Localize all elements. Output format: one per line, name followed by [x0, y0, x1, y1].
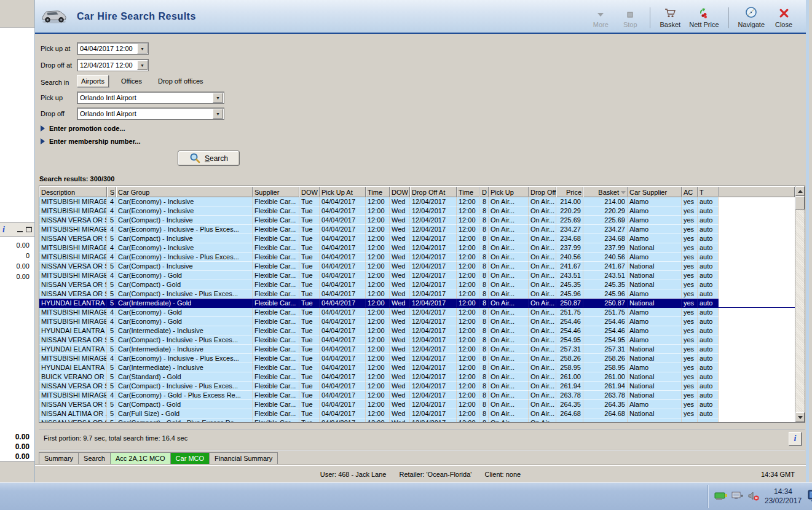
column-header[interactable]: Time: [366, 186, 390, 197]
table-cell: Alamo: [628, 216, 682, 225]
table-row[interactable]: HYUNDAI ELANTRA ...5Car(Intermediate) - …: [39, 299, 795, 308]
column-header[interactable]: D: [479, 186, 489, 197]
table-cell: Wed: [390, 234, 410, 243]
table-row[interactable]: MITSUBISHI MIRAGE...4Car(Economy) - Gold…: [39, 308, 795, 317]
table-cell: On Air...: [489, 253, 529, 262]
table-row[interactable]: NISSAN VERSA OR S...5Car(Compact) - Incl…: [39, 216, 795, 225]
network-connection-icon[interactable]: [731, 491, 744, 503]
volume-muted-icon[interactable]: [747, 491, 760, 503]
table-row[interactable]: MITSUBISHI MIRAGE...4Car(Economy) - Gold…: [39, 271, 795, 280]
table-cell: 257.31: [556, 345, 583, 354]
table-row[interactable]: NISSAN VERSA OR S...5Car(Compact) - Incl…: [39, 262, 795, 271]
network-adapter-icon[interactable]: [714, 491, 728, 503]
table-row[interactable]: MITSUBISHI MIRAGE...4Car(Economy) - Gold…: [39, 391, 795, 400]
table-row[interactable]: MITSUBISHI MIRAGE...4Car(Economy) - Incl…: [39, 253, 795, 262]
column-header[interactable]: Pick Up: [489, 186, 529, 197]
table-row[interactable]: NISSAN VERSA OR S...5Car(Compact) - Incl…: [39, 234, 795, 243]
table-cell: Wed: [390, 345, 410, 354]
maximize-icon[interactable]: [26, 227, 32, 232]
scrollbar-thumb[interactable]: [795, 196, 805, 210]
table-cell: 12/04/2017: [410, 308, 457, 317]
table-cell: On Air...: [529, 345, 556, 354]
column-header[interactable]: Car Group: [116, 186, 253, 197]
table-cell: 04/04/2017: [320, 363, 366, 372]
table-cell: On Air...: [529, 262, 556, 271]
table-cell: 04/04/2017: [320, 206, 366, 216]
table-row[interactable]: NISSAN VERSA OR S...5Car(Compact) - Incl…: [39, 335, 795, 345]
chevron-down-icon[interactable]: ▼: [137, 44, 148, 53]
column-header[interactable]: AC: [682, 186, 698, 197]
table-row[interactable]: MITSUBISHI MIRAGE...4Car(Economy) - Incl…: [39, 354, 795, 363]
tab-car-mco[interactable]: Car MCO: [170, 452, 210, 464]
scroll-up-button[interactable]: [795, 186, 805, 196]
table-row[interactable]: NISSAN VERSA OR S...5Car(Compact) - Incl…: [39, 382, 795, 391]
table-row[interactable]: HYUNDAI ELANTRA ...5Car(Intermediate) - …: [39, 345, 795, 354]
pickup-at-combo[interactable]: 04/04/2017 12:00 ▼: [77, 42, 149, 55]
column-header[interactable]: Time: [457, 186, 479, 197]
chevron-down-icon[interactable]: ▼: [137, 60, 148, 70]
panel-value: 0.00: [0, 432, 30, 442]
column-header[interactable]: Car Supplier: [628, 186, 682, 197]
table-cell: On Air...: [489, 280, 529, 289]
membership-number-expander[interactable]: Enter membership number...: [41, 138, 141, 145]
close-button[interactable]: Close: [770, 4, 797, 29]
table-row[interactable]: MITSUBISHI MIRAGE...4Car(Economy) - Incl…: [39, 206, 795, 216]
column-header[interactable]: Description: [39, 186, 107, 197]
search-in-option[interactable]: Airports: [77, 75, 109, 87]
column-header[interactable]: Drop Off At: [410, 186, 457, 197]
panel-value: 0.00: [0, 240, 30, 251]
table-cell: Flexible Car...: [253, 262, 299, 271]
table-row[interactable]: NISSAN ALTIMA OR ...5Car(Full Size) - Go…: [39, 409, 795, 418]
remote-desktop-icon[interactable]: [808, 490, 812, 504]
column-header[interactable]: Basket: [583, 186, 628, 197]
tab-summary[interactable]: Summary: [39, 452, 79, 464]
tab-financial-summary[interactable]: Financial Summary: [209, 452, 278, 464]
column-header[interactable]: S: [107, 186, 116, 197]
column-header[interactable]: Pick Up At: [320, 186, 366, 197]
dropoff-combo[interactable]: Orlando Intl Airport ▼: [77, 108, 224, 120]
table-cell: On Air...: [489, 391, 529, 400]
table-row[interactable]: MITSUBISHI MIRAGE...4Car(Economy) - Incl…: [39, 225, 795, 234]
table-row[interactable]: BUICK VERANO OR S...5Car(Standard) - Gol…: [39, 372, 795, 382]
table-cell: Flexible Car...: [253, 317, 299, 326]
table-row[interactable]: MITSUBISHI MIRAGE...4Car(Economy) - Gold…: [39, 317, 795, 326]
tab-acc-2a-1c-mco[interactable]: Acc 2A,1C MCO: [110, 452, 171, 464]
pickup-combo[interactable]: Orlando Intl Airport ▼: [77, 92, 224, 104]
scroll-down-button[interactable]: [795, 412, 805, 422]
search-in-option[interactable]: Drop off offices: [154, 76, 207, 87]
basket-button[interactable]: Basket: [656, 4, 684, 29]
column-header[interactable]: DOW: [299, 186, 320, 197]
column-header[interactable]: Drop Off: [529, 186, 556, 197]
table-cell: Wed: [390, 400, 410, 409]
table-row[interactable]: NISSAN VERSA OR S...5Car(Compact) - Gold…: [39, 400, 795, 409]
table-row[interactable]: NISSAN VERSA OR S...5Car(Compact) - Gold…: [39, 418, 795, 422]
navigate-button[interactable]: Navigate: [735, 4, 768, 29]
tab-search[interactable]: Search: [78, 452, 111, 464]
info-button[interactable]: i: [789, 432, 802, 445]
minimize-icon[interactable]: [17, 227, 23, 232]
vertical-scrollbar[interactable]: [795, 186, 805, 422]
table-cell: On Air...: [529, 299, 556, 308]
column-header[interactable]: Price: [556, 186, 583, 197]
table-cell: Tue: [299, 326, 320, 335]
clock[interactable]: 14:34 23/02/2017: [765, 487, 802, 506]
dropoff-at-combo[interactable]: 12/04/2017 12:00 ▼: [77, 59, 149, 71]
search-button[interactable]: Search: [178, 151, 240, 166]
chevron-down-icon[interactable]: ▼: [213, 109, 223, 119]
column-header[interactable]: T: [698, 186, 719, 197]
column-header[interactable]: DOW: [390, 186, 410, 197]
column-header[interactable]: Supplier: [253, 186, 299, 197]
nett-price-button[interactable]: Nett Price: [686, 4, 722, 29]
chevron-down-icon[interactable]: ▼: [213, 93, 223, 103]
table-row[interactable]: NISSAN VERSA OR S...5Car(Compact) - Gold…: [39, 280, 795, 289]
promotion-code-expander[interactable]: Enter promotion code...: [41, 125, 125, 132]
table-row[interactable]: MITSUBISHI MIRAGE...4Car(Economy) - Incl…: [39, 197, 795, 206]
table-cell: Tue: [299, 363, 320, 372]
search-in-option[interactable]: Offices: [117, 76, 146, 87]
table-row[interactable]: NISSAN VERSA OR S...5Car(Compact) - Incl…: [39, 289, 795, 299]
table-row[interactable]: MITSUBISHI MIRAGE...4Car(Economy) - Incl…: [39, 243, 795, 253]
table-row[interactable]: HYUNDAI ELANTRA ...5Car(Intermediate) - …: [39, 326, 795, 335]
table-row[interactable]: HYUNDAI ELANTRA ...5Car(Intermediate) - …: [39, 363, 795, 372]
scrollbar-track[interactable]: [795, 210, 805, 412]
table-cell: On Air...: [529, 234, 556, 243]
